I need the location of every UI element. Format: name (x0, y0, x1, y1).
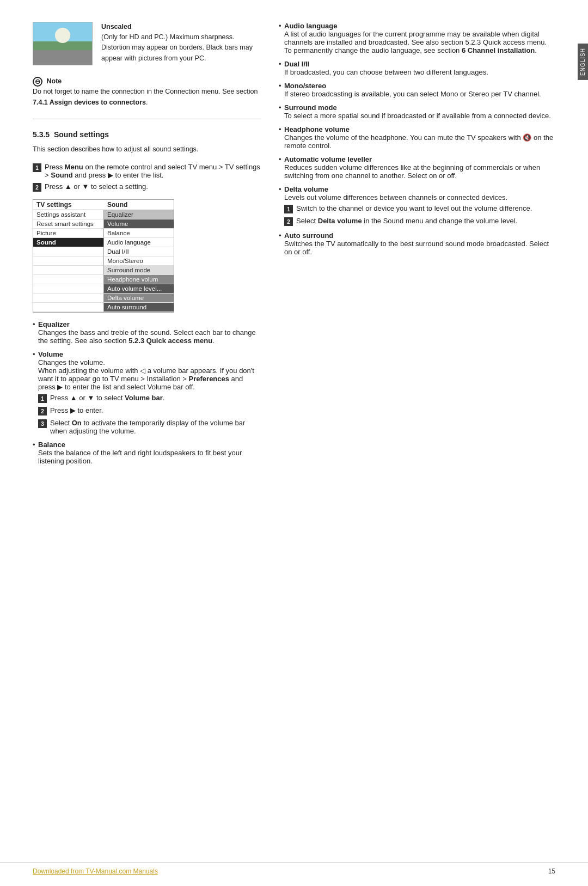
surround-mode-text: To select a more spatial sound if broadc… (284, 112, 551, 120)
balance-title: Balance (38, 441, 65, 449)
section-535-intro: This section describes how to adjust all… (33, 144, 261, 155)
bullet-delta-volume: Delta volume Levels out volume differenc… (279, 185, 555, 226)
section-535: 5.3.5 Sound settings This section descri… (33, 129, 261, 192)
table-row: Settings assistant Equalizer (33, 210, 174, 219)
bullet-surround-mode: Surround mode To select a more spatial s… (279, 103, 555, 120)
right-bullet-list: Audio language A list of audio languages… (279, 22, 555, 256)
left-bullet-list: Equalizer Changes the bass and treble of… (33, 320, 261, 465)
delta-volume-title: Delta volume (284, 185, 328, 193)
bullet-dual: Dual I/II If broadcasted, you can choose… (279, 60, 555, 76)
audio-language-title: Audio language (284, 22, 338, 30)
section-535-heading: Sound settings (54, 130, 109, 139)
bullet-headphone-volume: Headphone volume Changes the volume of t… (279, 125, 555, 150)
delta-step-2-text: Select Delta volume in the Sound menu an… (296, 217, 517, 225)
delta-step-1: 1 Switch to the channel or device you wa… (284, 204, 555, 213)
table-cell-right: Dual I/II (104, 247, 174, 256)
step-1-text: Press Menu on the remote control and sel… (45, 163, 261, 179)
delta-step-num-2: 2 (284, 217, 293, 226)
bullet-auto-volume-leveller: Automatic volume leveller Reduces sudden… (279, 155, 555, 180)
table-row: Picture Balance (33, 229, 174, 238)
table-row: Auto surround (33, 303, 174, 312)
page-number: 15 (548, 867, 555, 875)
delta-volume-text: Levels out volume differences between ch… (284, 193, 507, 201)
auto-volume-leveller-title: Automatic volume leveller (284, 155, 372, 163)
table-cell-right: Mono/Stereo (104, 256, 174, 266)
table-row: Reset smart settings Volume (33, 219, 174, 229)
table-cell-left (33, 303, 104, 312)
table-cell-auto-surround: Auto surround (104, 303, 174, 312)
footer-link[interactable]: Downloaded from TV-Manual.com Manuals (33, 867, 158, 875)
audio-language-text: A list of audio languages for the curren… (284, 30, 547, 54)
table-row: Headphone volum (33, 275, 174, 284)
table-row-sound: Sound Audio language (33, 238, 174, 247)
table-cell-left (33, 294, 104, 303)
bullet-equalizer: Equalizer Changes the bass and treble of… (33, 320, 261, 345)
unscaled-description: Unscaled (Only for HD and PC.) Maximum s… (101, 22, 261, 65)
table-cell-right: Volume (104, 219, 174, 229)
left-column: Unscaled (Only for HD and PC.) Maximum s… (33, 22, 261, 471)
table-cell-left: Reset smart settings (33, 219, 104, 229)
equalizer-text: Changes the bass and treble of the sound… (38, 328, 256, 345)
note-title: Note (46, 77, 62, 85)
bullet-audio-language: Audio language A list of audio languages… (279, 22, 555, 54)
delta-step-2: 2 Select Delta volume in the Sound menu … (284, 217, 555, 226)
volume-text: Changes the volume. (38, 358, 105, 366)
unscaled-text: (Only for HD and PC.) Maximum sharpness.… (101, 32, 261, 64)
sun-shape (55, 28, 70, 43)
section-number: 5.3.5 (33, 130, 50, 139)
table-row: Mono/Stereo (33, 256, 174, 266)
vol-step-num-1: 1 (38, 394, 47, 403)
table-cell-left (33, 256, 104, 266)
table-cell-right: Audio language (104, 238, 174, 247)
delta-step-num-1: 1 (284, 205, 293, 213)
table-cell-left (33, 266, 104, 275)
table-cell-right: Headphone volum (104, 275, 174, 284)
headphone-volume-title: Headphone volume (284, 125, 350, 133)
vol-step-1: 1 Press ▲ or ▼ to select Volume bar. (38, 394, 261, 403)
headphone-volume-text: Changes the volume of the headphone. You… (284, 133, 553, 150)
note-icon: ⊖ (33, 77, 42, 87)
page: ENGLISH Unscaled (Only for HD and PC.) M… (0, 0, 588, 886)
vol-step-2: 2 Press ▶ to enter. (38, 406, 261, 415)
right-column: Audio language A list of audio languages… (279, 22, 555, 471)
delta-steps: 1 Switch to the channel or device you wa… (284, 204, 555, 226)
language-tab: ENGLISH (578, 44, 588, 80)
step-num-2: 2 (33, 183, 41, 192)
volume-title: Volume (38, 350, 63, 358)
landscape-image (33, 22, 93, 65)
step-1: 1 Press Menu on the remote control and s… (33, 163, 261, 179)
col2-header: Sound (107, 201, 170, 209)
section-535-title: 5.3.5 Sound settings (33, 129, 261, 141)
main-content: Unscaled (Only for HD and PC.) Maximum s… (33, 22, 555, 471)
step-2-text: Press ▲ or ▼ to select a setting. (45, 182, 148, 191)
table-cell-right: Balance (104, 229, 174, 238)
dual-text: If broadcasted, you can choose between t… (284, 68, 488, 76)
vol-step-3-text: Select On to activate the temporarily di… (50, 419, 261, 435)
volume-steps: 1 Press ▲ or ▼ to select Volume bar. 2 P… (38, 394, 261, 435)
bullet-volume: Volume Changes the volume. When adjustin… (33, 350, 261, 435)
step-2: 2 Press ▲ or ▼ to select a setting. (33, 182, 261, 192)
auto-volume-leveller-text: Reduces sudden volume differences like a… (284, 163, 540, 180)
top-section: Unscaled (Only for HD and PC.) Maximum s… (33, 22, 261, 65)
balance-text: Sets the balance of the left and right l… (38, 449, 242, 465)
equalizer-title: Equalizer (38, 320, 70, 328)
tv-settings-table: TV settings Sound Settings assistant Equ… (33, 199, 174, 313)
table-cell-left (33, 275, 104, 284)
table-cell-left (33, 247, 104, 256)
unscaled-title: Unscaled (101, 22, 261, 32)
vol-step-num-2: 2 (38, 407, 47, 415)
dual-title: Dual I/II (284, 60, 309, 68)
note-text: Do not forget to name the connection in … (33, 87, 261, 108)
table-row: Surround mode (33, 266, 174, 275)
note-header: ⊖ Note (33, 76, 261, 87)
footer: Downloaded from TV-Manual.com Manuals 15 (0, 863, 588, 875)
table-row: Auto volume level... (33, 284, 174, 294)
divider (33, 119, 261, 119)
note-box: ⊖ Note Do not forget to name the connect… (33, 76, 261, 108)
table-cell-right: Delta volume (104, 294, 174, 303)
mono-stereo-title: Mono/stereo (284, 82, 326, 90)
table-cell-right: Auto volume level... (104, 284, 174, 294)
col1-header: TV settings (36, 201, 107, 209)
table-cell-left (33, 284, 104, 294)
step-num-1: 1 (33, 163, 41, 172)
